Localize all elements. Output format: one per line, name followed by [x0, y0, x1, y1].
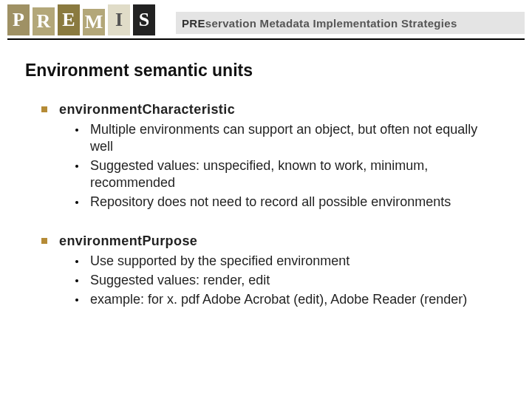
page-title: Environment semantic units — [0, 46, 532, 81]
tagline: PREservation Metadata Implementation Str… — [176, 12, 525, 34]
item-label: environmentCharacteristic — [59, 102, 235, 117]
premis-logo: P R E M I S — [7, 4, 160, 35]
tagline-rest: servation Metadata Implementation Strate… — [205, 17, 457, 30]
sub-bullet: Multiple environments can support an obj… — [75, 121, 499, 155]
slide: P R E M I S PREservation Metadata Implem… — [0, 0, 532, 399]
logo-letter: E — [58, 4, 80, 35]
logo-letter: M — [83, 9, 105, 35]
sub-bullet: Use supported by the specified environme… — [75, 253, 499, 270]
logo-letter: S — [133, 4, 155, 35]
sub-bullet: Repository does not need to record all p… — [75, 194, 499, 211]
content: environmentCharacteristic Multiple envir… — [0, 81, 532, 308]
logo-strip: P R E M I S — [7, 4, 160, 35]
sub-list: Use supported by the specified environme… — [59, 253, 499, 308]
logo-letter: R — [33, 7, 55, 35]
header: P R E M I S PREservation Metadata Implem… — [0, 0, 532, 46]
logo-letter: P — [7, 4, 30, 35]
list-item: environmentPurpose Use supported by the … — [41, 233, 499, 308]
sub-bullet: Suggested values: render, edit — [75, 272, 499, 289]
sub-list: Multiple environments can support an obj… — [59, 121, 499, 211]
tagline-emph: PRE — [182, 17, 205, 30]
logo-letter: I — [108, 4, 130, 35]
sub-bullet: Suggested values: unspecified, known to … — [75, 157, 499, 191]
sub-bullet: example: for x. pdf Adobe Acrobat (edit)… — [75, 291, 499, 308]
list-item: environmentCharacteristic Multiple envir… — [41, 101, 499, 211]
item-label: environmentPurpose — [59, 233, 197, 248]
header-rule — [7, 38, 525, 40]
